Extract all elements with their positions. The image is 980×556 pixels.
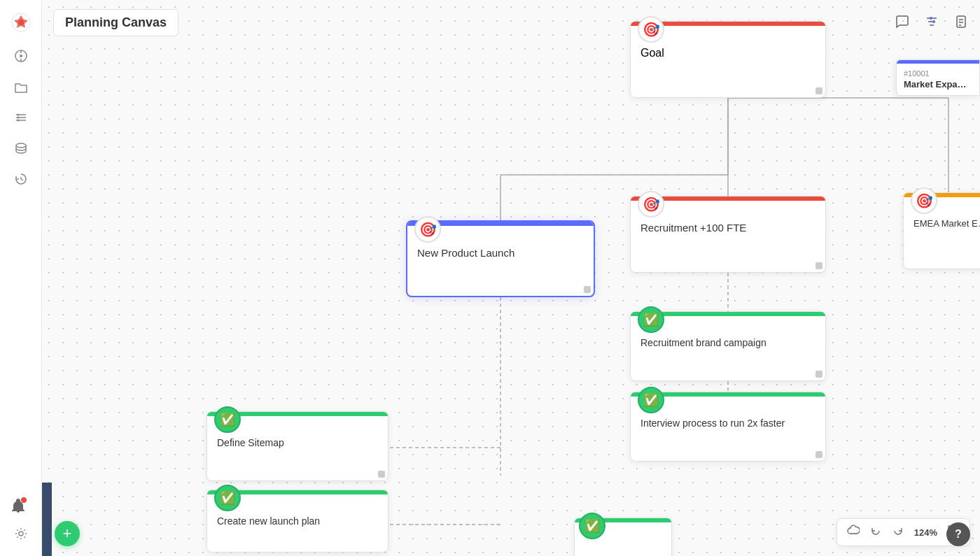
toolbar-right: [890, 10, 973, 34]
folder-icon[interactable]: [8, 74, 34, 99]
new-product-launch-label: New Product Launch: [417, 247, 584, 259]
chat-button[interactable]: [890, 10, 914, 34]
settings-icon[interactable]: [8, 521, 34, 546]
svg-point-16: [19, 532, 23, 536]
svg-point-10: [17, 114, 19, 116]
doc-button[interactable]: [949, 10, 973, 34]
svg-point-2: [18, 20, 24, 25]
recruitment-brand-label: Recruitment brand campaign: [640, 337, 816, 348]
svg-point-12: [17, 120, 19, 122]
goal-node[interactable]: 🎯 Goal: [630, 21, 826, 98]
notification-dot: [21, 497, 27, 503]
emea-label: EMEA Market E…: [913, 218, 980, 229]
dark-bar: [42, 483, 52, 556]
add-button[interactable]: +: [55, 521, 80, 546]
new-product-launch-icon: 🎯: [414, 216, 441, 243]
filter-button[interactable]: [920, 10, 944, 34]
goal-icon: 🎯: [638, 16, 664, 43]
side-panel-id: #10001: [904, 69, 972, 78]
side-panel[interactable]: #10001 Market Expa…: [896, 59, 980, 96]
notification-bell[interactable]: [10, 497, 27, 517]
recruitment-node[interactable]: 🎯 Recruitment +100 FTE: [630, 196, 826, 273]
interview-process-node[interactable]: ✅ Interview process to run 2x faster: [630, 392, 826, 462]
emea-icon: 🎯: [911, 187, 937, 214]
create-launch-plan-node[interactable]: ✅ Create new launch plan: [206, 490, 388, 553]
database-icon[interactable]: [8, 136, 34, 161]
list-icon[interactable]: [8, 105, 34, 130]
compass-icon[interactable]: [8, 43, 34, 69]
goal-resize-handle[interactable]: [816, 87, 822, 94]
svg-point-13: [16, 143, 26, 148]
header: Planning Canvas: [42, 0, 190, 45]
redo-button[interactable]: [889, 523, 907, 541]
undo-button[interactable]: [867, 523, 885, 541]
bottom-node[interactable]: ✅: [574, 518, 672, 556]
recruitment-label: Recruitment +100 FTE: [640, 222, 816, 234]
svg-point-4: [20, 55, 22, 57]
svg-point-11: [17, 117, 19, 119]
define-sitemap-icon: ✅: [214, 406, 241, 433]
svg-point-20: [930, 17, 932, 20]
new-product-launch-node[interactable]: 🎯 New Product Launch: [406, 220, 595, 297]
svg-point-21: [932, 20, 935, 23]
recruitment-brand-resize-handle[interactable]: [816, 371, 822, 378]
zoom-level: 124%: [911, 527, 940, 538]
svg-line-15: [21, 179, 23, 180]
recruitment-resize-handle[interactable]: [816, 262, 822, 269]
cloud-button[interactable]: [844, 523, 862, 541]
interview-icon: ✅: [638, 387, 664, 413]
define-sitemap-resize-handle[interactable]: [378, 471, 385, 478]
help-button[interactable]: ?: [946, 522, 970, 546]
new-product-launch-resize-handle[interactable]: [584, 286, 591, 293]
interview-resize-handle[interactable]: [816, 451, 822, 458]
app-logo[interactable]: [8, 10, 34, 35]
history-icon[interactable]: [8, 166, 34, 192]
sidebar: [0, 0, 42, 556]
side-panel-title: Market Expa…: [904, 79, 972, 90]
interview-label: Interview process to run 2x faster: [640, 418, 816, 429]
emea-market-node[interactable]: 🎯 EMEA Market E…: [903, 192, 980, 269]
recruitment-brand-icon: ✅: [638, 306, 664, 333]
define-sitemap-label: Define Sitemap: [217, 437, 378, 448]
create-launch-label: Create new launch plan: [217, 515, 378, 527]
bottom-node-icon: ✅: [579, 513, 606, 539]
create-launch-icon: ✅: [214, 485, 241, 511]
page-title: Planning Canvas: [53, 9, 178, 36]
recruitment-brand-node[interactable]: ✅ Recruitment brand campaign: [630, 311, 826, 381]
side-panel-content: #10001 Market Expa…: [897, 64, 979, 95]
define-sitemap-node[interactable]: ✅ Define Sitemap: [206, 411, 388, 481]
canvas[interactable]: 🎯 Goal 🎯 New Product Launch 🎯 Recruitmen…: [42, 0, 980, 556]
goal-label: Goal: [640, 47, 816, 59]
recruitment-icon: 🎯: [638, 191, 664, 218]
